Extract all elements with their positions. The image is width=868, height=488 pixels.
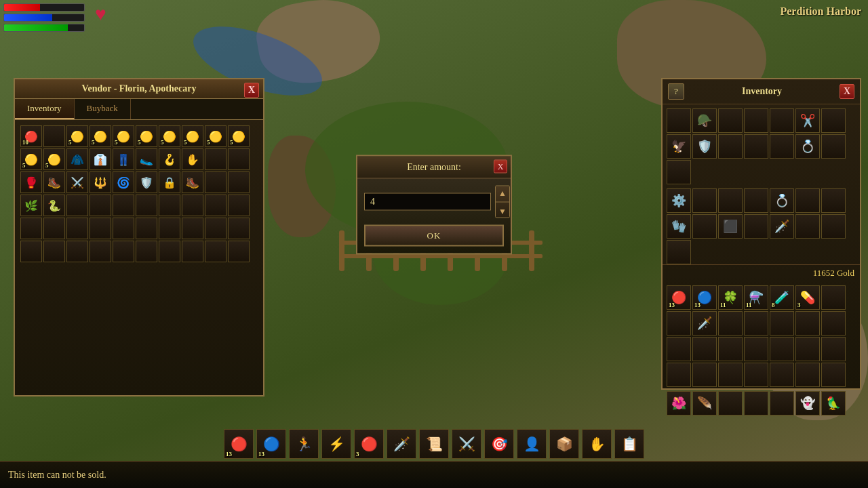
vendor-slot-31[interactable]: 🐍: [43, 195, 65, 216]
inv-slot-r-10[interactable]: [744, 134, 768, 159]
inv-item-slot-5[interactable]: 💊3: [795, 285, 820, 310]
vendor-slot-15[interactable]: 🥿: [136, 148, 157, 170]
vendor-slot-1[interactable]: [43, 125, 65, 147]
inventory-close-button[interactable]: X: [840, 84, 854, 99]
vendor-slot-8[interactable]: 🟡5: [205, 125, 226, 147]
inv-slot-r-9[interactable]: [718, 134, 743, 159]
toolbar-slot-5[interactable]: 🗡️: [387, 429, 416, 459]
toolbar-slot-0[interactable]: 🔴13: [224, 429, 254, 459]
vendor-slot-27[interactable]: 🥾: [182, 171, 203, 193]
amount-spinner[interactable]: ▲ ▼: [495, 186, 510, 218]
inv-slot-r-22[interactable]: 🧤: [667, 214, 691, 239]
inv-item-slot-6[interactable]: [821, 285, 846, 310]
vendor-slot-45[interactable]: [136, 218, 157, 239]
toolbar-slot-6[interactable]: 📜: [419, 429, 449, 459]
spinner-down-icon[interactable]: ▼: [498, 207, 507, 215]
vendor-slot-44[interactable]: [113, 218, 134, 239]
inv-slot-r-7[interactable]: 🦅: [667, 134, 691, 159]
inv-slot-r-24[interactable]: ⬛: [718, 214, 743, 239]
vendor-slot-29[interactable]: [228, 171, 250, 193]
vendor-slot-39[interactable]: [228, 195, 250, 216]
inv-slot-r-0[interactable]: [667, 108, 691, 133]
amount-input[interactable]: [364, 193, 491, 211]
inv-slot-r-3[interactable]: [744, 108, 768, 133]
toolbar-slot-2[interactable]: 🏃: [289, 429, 319, 459]
inv-slot-r-11[interactable]: [770, 134, 794, 159]
inv-item-slot-22[interactable]: [692, 363, 717, 387]
tab-buyback[interactable]: Buyback: [75, 99, 131, 119]
inv-item-slot-9[interactable]: [718, 311, 743, 336]
inv-item-slot-15[interactable]: [692, 337, 717, 361]
vendor-slot-57[interactable]: [182, 241, 203, 262]
inv-item-slot-24[interactable]: [744, 363, 768, 387]
toolbar-slot-7[interactable]: ⚔️: [452, 429, 481, 459]
vendor-slot-24[interactable]: 🌀: [113, 171, 134, 193]
tab-inventory[interactable]: Inventory: [15, 99, 75, 119]
vendor-slot-33[interactable]: [90, 195, 111, 216]
toolbar-slot-4[interactable]: 🔴3: [354, 429, 384, 459]
inv-bottom-slot-4[interactable]: [770, 391, 794, 415]
inv-item-slot-21[interactable]: [667, 363, 691, 387]
vendor-slot-18[interactable]: [205, 148, 226, 170]
inv-item-slot-20[interactable]: [821, 337, 846, 361]
inv-bottom-slot-2[interactable]: [718, 391, 743, 415]
inv-item-slot-0[interactable]: 🔴13: [667, 285, 691, 310]
inv-slot-r-19[interactable]: 💍: [770, 188, 794, 213]
vendor-slot-40[interactable]: [20, 218, 42, 239]
vendor-slot-26[interactable]: 🔒: [159, 171, 180, 193]
vendor-slot-53[interactable]: [90, 241, 111, 262]
vendor-slot-47[interactable]: [182, 218, 203, 239]
inv-bottom-slot-0[interactable]: 🌺: [667, 391, 691, 415]
inv-item-slot-12[interactable]: [795, 311, 820, 336]
spinner-up-icon[interactable]: ▲: [498, 188, 507, 197]
vendor-slot-16[interactable]: 🪝: [159, 148, 180, 170]
ok-button[interactable]: OK: [364, 225, 504, 247]
inv-slot-r-28[interactable]: [821, 214, 846, 239]
inv-slot-r-21[interactable]: [821, 188, 846, 213]
toolbar-slot-11[interactable]: ✋: [582, 429, 612, 459]
vendor-slot-7[interactable]: 🟡5: [182, 125, 203, 147]
dialog-close-button[interactable]: X: [494, 160, 507, 174]
vendor-slot-14[interactable]: 👖: [113, 148, 134, 170]
vendor-slot-38[interactable]: [205, 195, 226, 216]
vendor-slot-23[interactable]: 🔱: [90, 171, 111, 193]
vendor-slot-59[interactable]: [228, 241, 250, 262]
vendor-slot-56[interactable]: [159, 241, 180, 262]
inv-bottom-slot-3[interactable]: [744, 391, 768, 415]
inv-item-slot-1[interactable]: 🔵13: [692, 285, 717, 310]
vendor-slot-19[interactable]: [228, 148, 250, 170]
inv-item-slot-10[interactable]: [744, 311, 768, 336]
vendor-slot-6[interactable]: 🟡5: [159, 125, 180, 147]
vendor-slot-13[interactable]: 👔: [90, 148, 111, 170]
vendor-slot-50[interactable]: [20, 241, 42, 262]
vendor-slot-43[interactable]: [90, 218, 111, 239]
vendor-slot-0[interactable]: 🔴10: [20, 125, 42, 147]
vendor-slot-9[interactable]: 🟡5: [228, 125, 250, 147]
inv-item-slot-19[interactable]: [795, 337, 820, 361]
inv-item-slot-2[interactable]: 🍀11: [718, 285, 743, 310]
toolbar-slot-3[interactable]: ⚡: [321, 429, 351, 459]
inv-bottom-slot-6[interactable]: 🦜: [821, 391, 846, 415]
vendor-slot-34[interactable]: [113, 195, 134, 216]
inv-slot-r-2[interactable]: [718, 108, 743, 133]
vendor-slot-11[interactable]: 🟡5: [43, 148, 65, 170]
vendor-slot-5[interactable]: 🟡5: [136, 125, 157, 147]
vendor-slot-2[interactable]: 🟡5: [66, 125, 88, 147]
vendor-slot-25[interactable]: 🛡️: [136, 171, 157, 193]
inv-slot-r-18[interactable]: [744, 188, 768, 213]
vendor-slot-28[interactable]: [205, 171, 226, 193]
inventory-help-button[interactable]: ?: [668, 83, 684, 100]
inv-slot-r-15[interactable]: ⚙️: [667, 188, 691, 213]
toolbar-slot-10[interactable]: 📦: [549, 429, 579, 459]
inv-item-slot-3[interactable]: ⚗️11: [744, 285, 768, 310]
inv-item-slot-11[interactable]: [770, 311, 794, 336]
inv-item-slot-8[interactable]: 🗡️: [692, 311, 717, 336]
inv-item-slot-25[interactable]: [770, 363, 794, 387]
vendor-slot-4[interactable]: 🟡5: [113, 125, 134, 147]
toolbar-slot-8[interactable]: 🎯: [484, 429, 514, 459]
inv-item-slot-16[interactable]: [718, 337, 743, 361]
inv-item-slot-27[interactable]: [821, 363, 846, 387]
inv-bottom-slot-5[interactable]: 👻: [795, 391, 820, 415]
vendor-slot-49[interactable]: [228, 218, 250, 239]
toolbar-slot-9[interactable]: 👤: [517, 429, 547, 459]
